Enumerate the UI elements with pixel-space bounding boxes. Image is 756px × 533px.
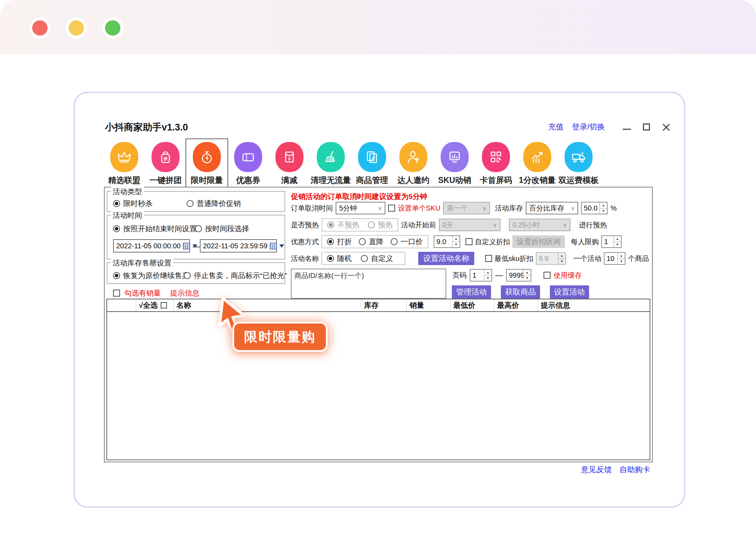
- tool-flash-limit[interactable]: 限时限量: [186, 139, 227, 188]
- radio-percent-off[interactable]: 打折: [327, 237, 352, 247]
- radio-restore-price[interactable]: 恢复为原价继续售卖: [113, 271, 189, 280]
- single-sku-select[interactable]: 第一个 ∨: [443, 202, 490, 214]
- stock-percent-stepper[interactable]: 50.0 ▲▼: [581, 202, 608, 214]
- tool-coupon[interactable]: 优惠券: [227, 139, 269, 188]
- radio-time-slot[interactable]: 按时间段选择: [195, 224, 249, 234]
- min-sku-discount-stepper[interactable]: 9.9 ▲▼: [536, 252, 566, 265]
- start-datetime-input[interactable]: 2022-11-05 00:00:00: [113, 239, 190, 253]
- radio-icon: [391, 238, 398, 245]
- preheat-row: 是否预热 不预热 预热 活动开始前 0天 ∨: [291, 218, 607, 232]
- spin-up-icon[interactable]: ▲: [558, 253, 565, 259]
- close-button[interactable]: [660, 122, 672, 132]
- radio-label: 按时间段选择: [205, 224, 249, 234]
- manage-activity-button[interactable]: 管理活动: [452, 285, 491, 299]
- per-person-limit-label: 每人限购: [571, 237, 599, 247]
- tool-full-reduction[interactable]: ¥ 满减: [269, 139, 310, 188]
- tool-product-management[interactable]: 商品管理: [351, 139, 393, 188]
- footer-links: 意见反馈 自助购卡: [581, 464, 650, 475]
- tool-double-freight-template[interactable]: ¥ 双运费模板: [558, 139, 599, 188]
- spin-down-icon[interactable]: ▼: [558, 259, 565, 264]
- spin-down-icon[interactable]: ▼: [618, 259, 625, 264]
- stock-mode-select[interactable]: 百分比库存 ∨: [526, 202, 578, 214]
- tool-sku-sales[interactable]: SKU动销: [434, 139, 475, 188]
- spin-down-icon[interactable]: ▼: [453, 242, 460, 248]
- chevron-down-icon[interactable]: [279, 244, 284, 248]
- page-from-stepper[interactable]: 1 ▲▼: [470, 269, 492, 282]
- radio-preheat[interactable]: 预热: [368, 220, 393, 230]
- spin-down-icon[interactable]: ▼: [524, 276, 531, 281]
- traffic-light-minimize-button[interactable]: [66, 17, 87, 38]
- chevron-down-icon: ∨: [482, 205, 486, 212]
- self-buy-card-link[interactable]: 自助购卡: [620, 464, 650, 475]
- select-all-checkbox[interactable]: [161, 302, 167, 308]
- minimize-icon: [623, 129, 631, 130]
- group-legend: 活动类型: [111, 187, 144, 197]
- spin-down-icon[interactable]: ▼: [600, 208, 607, 214]
- order-cancel-select[interactable]: 5分钟 ∨: [336, 202, 385, 214]
- min-sku-discount-value: 9.9: [537, 253, 558, 264]
- spin-up-icon[interactable]: ▲: [618, 253, 625, 259]
- preheat-hours-select[interactable]: 0.25小时 ∨: [509, 219, 570, 231]
- radio-selected-icon: [113, 200, 120, 207]
- spin-up-icon[interactable]: ▲: [484, 270, 491, 276]
- goods-id-textarea[interactable]: [291, 269, 446, 299]
- radio-direct-drop[interactable]: 直降: [359, 237, 384, 247]
- traffic-light-close-button[interactable]: [29, 17, 50, 38]
- select-all-label: √全选: [139, 300, 158, 310]
- radio-stop-selling[interactable]: 停止售卖，商品标示“已抢光”: [184, 271, 287, 280]
- custom-discount-checkbox[interactable]: [465, 238, 472, 245]
- product-docs-icon: [358, 142, 386, 172]
- tool-featured-alliance[interactable]: 精选联盟: [104, 139, 145, 188]
- per-person-limit-stepper[interactable]: 1 ▲▼: [601, 235, 622, 248]
- radio-icon: [195, 225, 202, 232]
- pager-row: 页码 1 ▲▼ — 9999 ▲▼ 使用缓存: [453, 269, 582, 282]
- radio-flash-seckill[interactable]: 限时秒杀: [113, 199, 153, 208]
- min-sku-discount-checkbox[interactable]: [485, 255, 492, 262]
- set-activity-name-button[interactable]: 设置活动名称: [418, 252, 474, 265]
- spin-up-icon[interactable]: ▲: [524, 270, 531, 276]
- minimize-button[interactable]: [621, 122, 633, 132]
- end-datetime-value: 2022-11-05 23:59:59: [203, 242, 267, 250]
- login-switch-link[interactable]: 登录/切换: [572, 122, 605, 132]
- recharge-link[interactable]: 充值: [548, 122, 564, 132]
- spin-up-icon[interactable]: ▲: [614, 236, 621, 242]
- has-sales-checkbox[interactable]: [113, 290, 120, 297]
- traffic-light-zoom-button[interactable]: [102, 17, 123, 38]
- feedback-link[interactable]: 意见反馈: [581, 464, 612, 475]
- tool-card-first-screen-code[interactable]: 卡首屏码: [475, 139, 517, 188]
- set-discount-range-button[interactable]: 设置折扣区间: [512, 235, 565, 248]
- radio-selected-icon: [327, 255, 334, 262]
- radio-no-preheat[interactable]: 不预热: [327, 220, 359, 230]
- end-datetime-input[interactable]: 2022-11-05 23:59:59: [200, 239, 277, 253]
- tip-info-link[interactable]: 提示信息: [170, 288, 200, 298]
- use-cache-checkbox[interactable]: [544, 272, 551, 279]
- page-to-stepper[interactable]: 9999 ▲▼: [506, 269, 531, 282]
- page-label: 页码: [453, 271, 467, 280]
- radio-normal-promo[interactable]: 普通降价促销: [187, 199, 241, 208]
- single-sku-checkbox[interactable]: [388, 205, 395, 212]
- stock-label: 活动库存: [495, 204, 523, 213]
- spin-down-icon[interactable]: ▼: [484, 276, 491, 281]
- radio-time-range[interactable]: 按照开始结束时间设置: [113, 224, 197, 234]
- fetch-products-button[interactable]: 获取商品: [501, 285, 540, 299]
- per-activity-suffix: 个商品: [628, 254, 649, 263]
- per-activity-stepper[interactable]: 10 ▲▼: [604, 252, 625, 265]
- spin-up-icon[interactable]: ▲: [453, 236, 460, 242]
- tool-change-sales[interactable]: 1分改销量: [517, 139, 558, 188]
- preheat-option-box: 不预热 预热: [322, 218, 398, 232]
- discount-row: 优惠方式 打折 直降 一口价: [291, 235, 622, 248]
- spin-up-icon[interactable]: ▲: [600, 202, 607, 208]
- spin-down-icon[interactable]: ▼: [614, 242, 621, 248]
- set-activity-button[interactable]: 设置活动: [550, 285, 589, 299]
- radio-custom-name[interactable]: 自定义: [361, 254, 393, 263]
- discount-value-stepper[interactable]: 9.0 ▲▼: [434, 235, 460, 248]
- radio-random-name[interactable]: 随机: [327, 254, 352, 263]
- tool-one-key-group-buy[interactable]: 拼 一键拼团: [145, 139, 186, 188]
- tool-influencer-invite[interactable]: 达人邀约: [393, 139, 434, 188]
- chevron-down-icon: ∨: [493, 222, 497, 228]
- radio-selected-icon: [327, 238, 334, 245]
- maximize-button[interactable]: [640, 122, 652, 132]
- tool-clean-no-traffic[interactable]: 清理无流量: [310, 139, 351, 188]
- radio-fixed-price[interactable]: 一口价: [391, 237, 423, 247]
- preheat-days-select[interactable]: 0天 ∨: [439, 219, 500, 231]
